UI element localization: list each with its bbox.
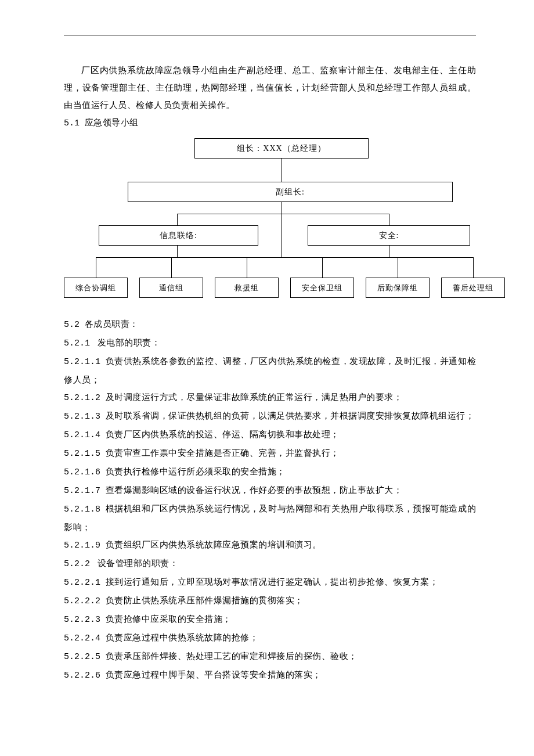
item-text: 负责应急过程中供热系统故障的抢修； (106, 633, 259, 642)
item-5-2-1-8: 5.2.1.8 根据机组和厂区内供热系统运行情况，及时与热网部和有关热用户取得联… (64, 500, 476, 536)
item-5-2-1-5: 5.2.1.5 负责审查工作票中安全措施是否正确、完善，并监督执行； (64, 444, 476, 463)
item-5-2-2-6: 5.2.2.6 负责应急过程中脚手架、平台搭设等安全措施的落实； (64, 666, 476, 685)
item-number: 5.2.2.5 (64, 652, 100, 662)
connector-line (171, 257, 172, 278)
item-number: 5.2.2.4 (64, 633, 100, 643)
section-5-1-title: 应急领导小组 (85, 118, 139, 127)
item-number: 5.2.1.5 (64, 449, 100, 459)
item-number: 5.2.1.8 (64, 505, 100, 514)
item-number: 5.2.1.2 (64, 393, 100, 403)
connector-line (282, 202, 282, 257)
item-text: 负责执行检修中运行所必须采取的安全措施； (106, 467, 286, 476)
connector-line (473, 257, 474, 278)
connector-line (389, 246, 389, 257)
intro-paragraph: 厂区内供热系统故障应急领导小组由生产副总经理、总工、监察审计部主任、发电部主任、… (64, 62, 476, 114)
item-text: 负责厂区内供热系统的投运、停运、隔离切换和事故处理； (106, 430, 340, 439)
item-number: 5.2.1.1 (64, 357, 100, 367)
org-box-leaf-5: 后勤保障组 (366, 278, 430, 298)
item-5-2-1-7: 5.2.1.7 查看爆漏影响区域的设备运行状况，作好必要的事故预想，防止事故扩大… (64, 481, 476, 500)
org-box-leaf-2: 通信组 (139, 278, 203, 298)
section-5-2-1: 5.2.1 发电部的职责： (64, 334, 476, 352)
section-5-2-2-title: 设备管理部的职责： (98, 559, 179, 568)
item-number: 5.2.1.3 (64, 412, 100, 422)
item-number: 5.2.2.6 (64, 671, 100, 681)
section-5-2-number: 5.2 (64, 320, 80, 330)
section-5-1-number: 5.1 (64, 118, 80, 128)
section-5-2-title: 各成员职责： (85, 319, 139, 329)
item-text: 负责防止供热系统承压部件爆漏措施的贯彻落实； (106, 596, 304, 605)
item-text: 负责供热系统各参数的监控、调整，厂区内供热系统的检查，发现故障，及时汇报，并通知… (64, 357, 476, 384)
item-5-2-2-3: 5.2.2.3 负责抢修中应采取的安全措施； (64, 610, 476, 629)
item-text: 查看爆漏影响区域的设备运行状况，作好必要的事故预想，防止事故扩大； (106, 485, 403, 495)
item-text: 负责审查工作票中安全措施是否正确、完善，并监督执行； (106, 448, 340, 458)
item-5-2-1-9: 5.2.1.9 负责组织厂区内供热系统故障应急预案的培训和演习。 (64, 536, 476, 555)
item-5-2-1-1: 5.2.1.1 负责供热系统各参数的监控、调整，厂区内供热系统的检查，发现故障，… (64, 352, 476, 388)
item-text: 负责承压部件焊接、热处理工艺的审定和焊接后的探伤、验收； (106, 651, 358, 661)
connector-line (177, 246, 178, 257)
item-text: 及时调度运行方式，尽量保证非故障系统的正常运行，满足热用户的要求； (106, 393, 403, 402)
section-5-2-2-number: 5.2.2 (64, 559, 90, 569)
section-5-2-2: 5.2.2 设备管理部的职责： (64, 555, 476, 573)
item-number: 5.2.2.1 (64, 578, 100, 588)
item-number: 5.2.1.4 (64, 430, 100, 440)
connector-line (389, 214, 389, 225)
item-text: 负责组织厂区内供热系统故障应急预案的培训和演习。 (106, 540, 322, 549)
org-box-leaf-3: 救援组 (215, 278, 279, 298)
connector-line (322, 257, 323, 278)
item-number: 5.2.1.6 (64, 467, 100, 477)
connector-line (96, 257, 96, 278)
item-5-2-1-2: 5.2.1.2 及时调度运行方式，尽量保证非故障系统的正常运行，满足热用户的要求… (64, 388, 476, 407)
org-box-info: 信息联络: (99, 225, 258, 246)
connector-line (247, 257, 247, 278)
item-number: 5.2.1.9 (64, 541, 100, 550)
section-5-2-1-title: 发电部的职责： (98, 338, 161, 347)
item-5-2-1-4: 5.2.1.4 负责厂区内供热系统的投运、停运、隔离切换和事故处理； (64, 426, 476, 444)
item-number: 5.2.2.2 (64, 596, 100, 606)
item-5-2-2-4: 5.2.2.4 负责应急过程中供热系统故障的抢修； (64, 629, 476, 647)
item-5-2-2-2: 5.2.2.2 负责防止供热系统承压部件爆漏措施的贯彻落实； (64, 592, 476, 610)
connector-line (282, 159, 282, 182)
connector-line (177, 214, 178, 225)
org-box-leaf-4: 安全保卫组 (290, 278, 354, 298)
section-5-1: 5.1 应急领导小组 (64, 114, 476, 132)
item-5-2-2-1: 5.2.2.1 接到运行通知后，立即至现场对事故情况进行鉴定确认，提出初步抢修、… (64, 573, 476, 592)
org-box-leader: 组长：XXX（总经理） (194, 138, 369, 159)
item-text: 负责应急过程中脚手架、平台搭设等安全措施的落实； (106, 670, 322, 679)
org-chart: 组长：XXX（总经理） 副组长: 信息联络: 安全: 综合协调组 通信组 救援组… (64, 138, 511, 307)
item-text: 负责抢修中应采取的安全措施； (106, 614, 232, 624)
item-text: 根据机组和厂区内供热系统运行情况，及时与热网部和有关热用户取得联系，预报可能造成… (64, 504, 476, 532)
item-text: 接到运行通知后，立即至现场对事故情况进行鉴定确认，提出初步抢修、恢复方案； (106, 577, 439, 586)
org-box-deputy: 副组长: (128, 182, 453, 202)
connector-line (96, 257, 473, 258)
item-5-2-2-5: 5.2.2.5 负责承压部件焊接、热处理工艺的审定和焊接后的探伤、验收； (64, 647, 476, 666)
connector-line (398, 257, 398, 278)
org-box-safety: 安全: (308, 225, 470, 246)
section-5-2-1-number: 5.2.1 (64, 339, 90, 348)
item-5-2-1-6: 5.2.1.6 负责执行检修中运行所必须采取的安全措施； (64, 463, 476, 481)
header-divider (64, 35, 476, 35)
item-number: 5.2.2.3 (64, 615, 100, 625)
item-text: 及时联系省调，保证供热机组的负荷，以满足供热要求，并根据调度安排恢复故障机组运行… (106, 411, 475, 420)
connector-line (177, 214, 389, 214)
org-box-leaf-1: 综合协调组 (64, 278, 128, 298)
section-5-2: 5.2 各成员职责： (64, 315, 476, 334)
item-number: 5.2.1.7 (64, 486, 100, 496)
org-box-leaf-6: 善后处理组 (441, 278, 505, 298)
item-5-2-1-3: 5.2.1.3 及时联系省调，保证供热机组的负荷，以满足供热要求，并根据调度安排… (64, 407, 476, 426)
